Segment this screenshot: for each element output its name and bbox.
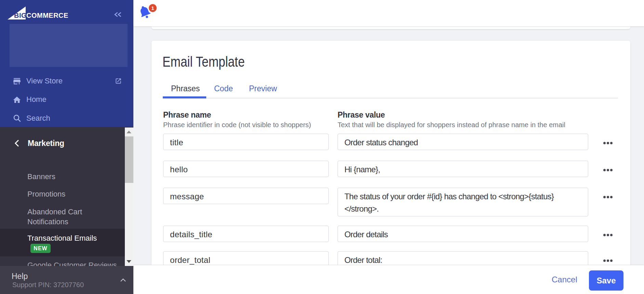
svg-text:BIG: BIG [14,12,27,19]
svg-text:COMMERCE: COMMERCE [26,12,68,19]
